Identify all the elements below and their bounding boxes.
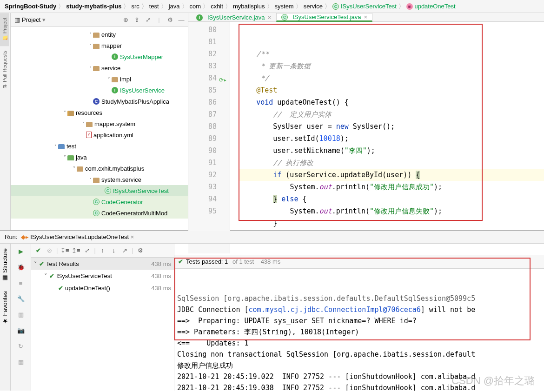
tree-item[interactable]: CISysUserServiceTest [11,185,188,196]
crumb[interactable]: mybatisplus [233,3,265,10]
prev-icon[interactable]: ↑ [99,246,107,255]
crumb[interactable]: updateOneTest [414,3,455,10]
run-button[interactable]: ▶ [16,246,26,256]
crumb[interactable]: com [190,3,201,10]
tree-item[interactable]: ˅test [11,140,188,152]
test-status: ✔Tests passed: 1 of 1 test – 438 ms [174,255,544,269]
test-tree-panel: ✔ ⊘ | ↧≡ ↥≡ ⤢ | ↑ ↓ ↗ | ⚙ ˅✔Test Results… [31,244,174,391]
crumb[interactable]: SpringBoot-Study [5,3,56,10]
test-toolbar: ✔ ⊘ | ↧≡ ↥≡ ⤢ | ↑ ↓ ↗ | ⚙ [31,244,174,258]
side-tabs: 📁Project ⇅Pull Requests [0,13,11,230]
tests-total: of 1 test – 438 ms [231,256,280,267]
breadcrumbs: SpringBoot-Study〉 study-mybatis-plus〉 sr… [0,0,544,13]
layout-button[interactable]: ▥ [16,310,26,319]
camera-button[interactable]: 📷 [16,326,26,335]
close-icon[interactable]: × [364,13,368,20]
editor-tabs: I ISysUserService.java × C ISysUserServi… [188,13,544,22]
crumb[interactable]: ISysUserServiceTest [341,3,397,10]
project-panel: ▥Project▾ ⊕ ⇪ ⤢ | ⚙ — ˃entity˅mapperISys… [11,13,188,230]
tree-item[interactable]: ˅com.cxhit.mybatisplus [11,163,188,174]
side-tab-favorites[interactable]: ★Favorites [0,286,10,329]
editor-tab[interactable]: I ISysUserService.java × [191,13,276,21]
project-icon: ▥ [14,16,20,23]
expand-icon[interactable]: ⇪ [132,15,141,25]
editor-area: I ISysUserService.java × C ISysUserServi… [188,13,544,230]
test-method-row[interactable]: ✔updateOneTest() 438 ms [31,282,174,294]
tree-item[interactable]: ISysUserMapper [11,51,188,62]
tests-passed: Tests passed: 1 [186,256,228,267]
side-tabs-bottom: ▦Structure ★Favorites [0,244,11,391]
history-button[interactable]: ↻ [16,341,26,351]
crumb[interactable]: java [169,3,180,10]
collapse-icon[interactable]: ⤢ [143,15,153,25]
project-header: ▥Project▾ ⊕ ⇪ ⤢ | ⚙ — [11,13,188,27]
gear-icon[interactable]: ⚙ [136,246,145,255]
gutter: 80818283⟳▸848586878889909192939495 [188,22,230,253]
side-tab-structure[interactable]: ▦Structure [0,244,10,286]
tree-item[interactable]: ˃entity [11,29,188,40]
check-icon[interactable]: ✔ [34,246,42,255]
tab-label: ISysUserServiceTest.java [292,13,361,20]
tree-item[interactable]: ˅java [11,152,188,163]
tree-item[interactable]: ˃impl [11,73,188,85]
class-icon: C [332,3,339,10]
project-title: Project [22,16,40,23]
tool-button[interactable]: 🔧 [16,294,26,303]
next-icon[interactable]: ↓ [110,246,118,255]
tree-item[interactable]: CStudyMybatisPlusApplica [11,96,188,107]
stop-button[interactable]: ■ [16,278,26,287]
locate-icon[interactable]: ⊕ [121,15,130,25]
crumb[interactable]: cxhit [211,3,223,10]
divider: | [154,15,164,25]
editor-tab[interactable]: C ISysUserServiceTest.java × [276,13,372,22]
class-icon: C [281,14,288,20]
crumb[interactable]: test [149,3,159,10]
tree-item[interactable]: IISysUserService [11,85,188,96]
expand-icon[interactable]: ⤢ [83,246,91,255]
run-toolbar: ▶ 🐞 ■ 🔧 ▥ 📷 ↻ ▦ [11,244,31,391]
crumb[interactable]: study-mybatis-plus [66,3,121,10]
editor[interactable]: 80818283⟳▸848586878889909192939495 /** *… [188,22,544,253]
debug-button[interactable]: 🐞 [16,262,26,272]
test-class-row[interactable]: ˅✔ISysUserServiceTest 438 ms [31,270,174,282]
tree-item[interactable]: ˅resources [11,107,188,118]
tree-item[interactable]: CCodeGenerator [11,196,188,207]
run-label: Run: [5,233,17,240]
run-target: ISysUserServiceTest.updateOneTest [30,233,129,240]
test-results-row[interactable]: ˅✔Test Results 438 ms [31,258,174,270]
tree-item[interactable]: Yapplication.yml [11,129,188,140]
tree-item[interactable]: ˃mapper.system [11,118,188,129]
interface-icon: I [196,14,203,21]
gear-icon[interactable]: ⚙ [166,15,175,25]
tree-item[interactable]: ˅system.service [11,174,188,185]
export-icon[interactable]: ↗ [121,246,129,255]
sort-icon[interactable]: ↧≡ [60,246,69,255]
run-header: Run: ◆▸ ISysUserServiceTest.updateOneTes… [0,231,544,244]
more-button[interactable]: ▦ [16,357,26,366]
close-icon[interactable]: × [268,14,272,21]
side-tab-project[interactable]: 📁Project [0,13,9,46]
tree-item[interactable]: ˅mapper [11,40,188,51]
tree-item[interactable]: ˅service [11,62,188,73]
tree-item[interactable]: CCodeGeneratorMultiMod [11,207,188,219]
method-icon: m [406,3,413,10]
side-tab-pull-requests[interactable]: ⇅Pull Requests [0,46,9,93]
test-rows[interactable]: ˅✔Test Results 438 ms ˅✔ISysUserServiceT… [31,258,174,391]
run-panel: Run: ◆▸ ISysUserServiceTest.updateOneTes… [0,231,544,391]
filter-icon[interactable]: ↥≡ [72,246,80,255]
fail-icon[interactable]: ⊘ [45,246,53,255]
hide-icon[interactable]: — [177,15,186,25]
crumb[interactable]: service [304,3,323,10]
crumb[interactable]: system [275,3,294,10]
crumb[interactable]: src [131,3,139,10]
code[interactable]: /** * 更新一条数据 */ @Test void updateOneTest… [230,22,544,253]
project-tree[interactable]: ˃entity˅mapperISysUserMapper˅service˃imp… [11,27,188,230]
tab-label: ISysUserService.java [207,14,265,21]
console[interactable]: ✔Tests passed: 1 of 1 test – 438 ms SqlS… [174,244,544,391]
